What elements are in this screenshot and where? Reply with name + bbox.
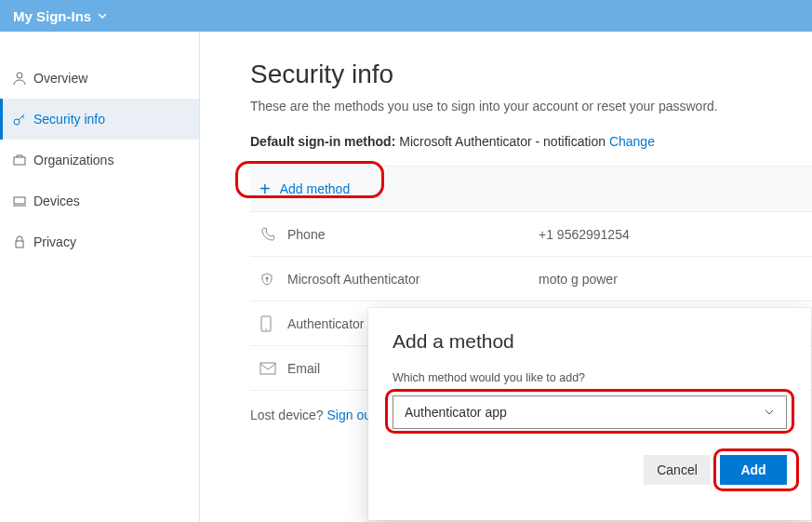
method-row-phone[interactable]: Phone +1 9562991254 (250, 211, 812, 256)
sidebar: Overview Security info Organizations Dev… (0, 32, 200, 522)
add-method-label: Add method (280, 181, 351, 196)
plus-icon: + (260, 179, 271, 200)
svg-rect-4 (16, 241, 23, 248)
sidebar-item-label: Security info (33, 112, 105, 127)
chevron-down-icon[interactable] (97, 10, 108, 21)
dialog-question: Which method would you like to add? (393, 371, 787, 384)
method-name: Phone (287, 227, 539, 242)
dialog-title: Add a method (393, 330, 787, 353)
header-title: My Sign-Ins (13, 8, 91, 24)
sidebar-item-organizations[interactable]: Organizations (0, 140, 199, 181)
mobile-icon (260, 315, 287, 332)
key-icon (11, 112, 28, 127)
sidebar-item-devices[interactable]: Devices (0, 181, 199, 221)
dialog-actions: Cancel Add (393, 455, 787, 485)
lock-icon (11, 234, 28, 249)
svg-rect-8 (260, 363, 275, 374)
device-icon (11, 194, 28, 208)
sidebar-item-security-info[interactable]: Security info (0, 99, 199, 140)
default-method-label: Default sign-in method: (250, 134, 395, 149)
sidebar-item-label: Privacy (33, 234, 76, 249)
add-button[interactable]: Add (720, 455, 787, 485)
change-link[interactable]: Change (609, 134, 655, 149)
shield-icon (260, 272, 287, 287)
app-header: My Sign-Ins (0, 0, 812, 32)
sidebar-item-label: Overview (33, 71, 87, 86)
phone-icon (260, 226, 287, 243)
select-value: Authenticator app (405, 405, 507, 420)
svg-rect-2 (14, 157, 25, 165)
org-icon (11, 153, 28, 167)
person-icon (11, 71, 28, 86)
sidebar-item-label: Organizations (33, 153, 113, 167)
svg-rect-3 (14, 197, 25, 204)
page-title: Security info (250, 60, 812, 89)
svg-point-7 (265, 328, 267, 330)
lost-device-prefix: Lost device? (250, 408, 327, 422)
sidebar-item-label: Devices (33, 194, 80, 208)
chevron-down-icon (764, 407, 775, 418)
default-method-line: Default sign-in method: Microsoft Authen… (250, 134, 812, 149)
default-method-value: Microsoft Authenticator - notification (399, 134, 606, 149)
sidebar-item-privacy[interactable]: Privacy (0, 221, 199, 262)
svg-point-0 (17, 73, 22, 78)
page-subtitle: These are the methods you use to sign in… (250, 99, 812, 114)
add-method-button[interactable]: + Add method (250, 167, 812, 211)
cancel-button[interactable]: Cancel (644, 455, 711, 485)
email-icon (260, 362, 287, 375)
method-row-authenticator[interactable]: Microsoft Authenticator moto g power (250, 256, 812, 301)
method-name: Microsoft Authenticator (287, 272, 539, 287)
add-method-dialog: Add a method Which method would you like… (368, 308, 811, 520)
method-value: +1 9562991254 (539, 227, 630, 242)
method-select[interactable]: Authenticator app (393, 395, 787, 429)
method-value: moto g power (539, 272, 618, 287)
sidebar-item-overview[interactable]: Overview (0, 58, 199, 99)
